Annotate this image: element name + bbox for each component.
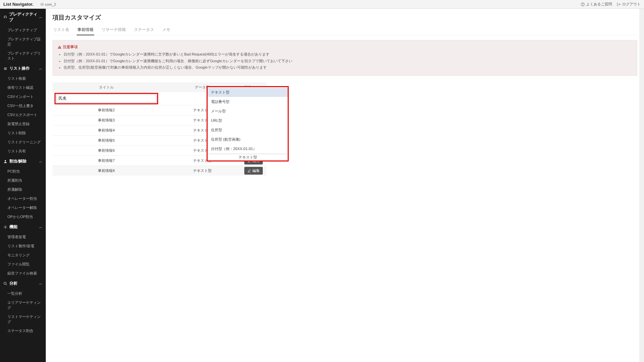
- svg-point-2: [5, 160, 6, 161]
- sidebar-section-assign[interactable]: 割当/解除 ︿: [0, 156, 46, 167]
- help-icon: [581, 2, 585, 6]
- sidebar-item[interactable]: モニタリング: [0, 251, 46, 260]
- cell-title: 事前情報6: [52, 146, 160, 155]
- sidebar-item[interactable]: ステータス割合: [0, 326, 46, 335]
- tab-list-name[interactable]: リスト名: [52, 25, 70, 35]
- chevron-up-icon: ︿: [39, 15, 42, 20]
- tab-memo[interactable]: メモ: [162, 25, 171, 35]
- sidebar-item[interactable]: リスト共有: [0, 147, 46, 156]
- logout-icon: [617, 2, 621, 6]
- chevron-up-icon: ︿: [39, 159, 42, 164]
- sidebar-item[interactable]: 所属解除: [0, 185, 46, 194]
- logout-label: ログアウト: [622, 2, 641, 7]
- edit-button[interactable]: 編集: [244, 167, 263, 175]
- sidebar-section-function[interactable]: 機能 ︿: [0, 221, 46, 232]
- sidebar-item[interactable]: リストクリーニング: [0, 138, 46, 147]
- cell-title: 事前情報2: [52, 105, 160, 115]
- sidebar-section-label: リスト操作: [9, 66, 30, 71]
- vertical-scrollbar[interactable]: [639, 9, 644, 362]
- dropdown-option[interactable]: 住所型: [208, 125, 288, 135]
- brand-logo: List Navigator.: [3, 2, 34, 7]
- dropdown-option[interactable]: 住所型 (航空画像): [208, 135, 288, 144]
- dropdown-tail: テキスト型: [208, 154, 287, 160]
- list-icon: [3, 67, 7, 71]
- cell-title: 事前情報5: [52, 136, 160, 145]
- svg-point-4: [4, 282, 6, 284]
- sidebar-item[interactable]: プレディクティブリスト: [0, 49, 46, 63]
- sidebar-section-list-ops[interactable]: リスト操作 ︿: [0, 63, 46, 74]
- notice-line: 住所型、住所型(航空画像)で対象の事前情報入力内容の住所が正しくない場合、Goo…: [64, 65, 632, 71]
- sidebar-item[interactable]: リスト削除: [0, 129, 46, 138]
- dropdown-option[interactable]: 電話番号型: [208, 97, 288, 107]
- tab-status[interactable]: ステータス: [133, 25, 155, 35]
- headset-icon: [3, 15, 7, 19]
- sidebar-section-predictive[interactable]: プレディクティブ ︿: [0, 9, 46, 26]
- user-icon: [3, 159, 7, 164]
- datatype-dropdown[interactable]: テキスト型電話番号型メール型URL型住所型住所型 (航空画像)日付型（例：20X…: [207, 86, 289, 161]
- title-input-highlight: [55, 93, 158, 104]
- dropdown-option[interactable]: URL型: [208, 116, 288, 125]
- sidebar-item[interactable]: OPからOP割当: [0, 212, 46, 221]
- svg-rect-5: [60, 46, 60, 47]
- notice-heading: 注意事項: [63, 44, 78, 49]
- sidebar-item[interactable]: CSVエクスポート: [0, 110, 46, 119]
- sidebar-item[interactable]: オペレーター解除: [0, 203, 46, 212]
- warning-icon: [58, 45, 62, 49]
- page-title: 項目カスタマイズ: [52, 13, 637, 22]
- sidebar-section-label: 分析: [9, 281, 17, 286]
- faq-label: よくあるご質問: [586, 2, 612, 7]
- edit-icon: [247, 169, 251, 173]
- sidebar-item[interactable]: CSV一括上書き: [0, 101, 46, 110]
- sidebar-item[interactable]: 架電禁止登録: [0, 119, 46, 129]
- svg-point-3: [5, 226, 6, 227]
- sidebar-item[interactable]: 保有リスト確認: [0, 83, 46, 92]
- search-icon: [3, 282, 7, 286]
- notice-line: 日付型（例：20XX-01-01）でGoogleカレンダー連携時に文字数が多いと…: [64, 51, 632, 58]
- dropdown-option[interactable]: テキスト型: [208, 88, 288, 97]
- company-name: com_2: [45, 2, 56, 6]
- sidebar-section-analytics[interactable]: 分析 ︿: [0, 278, 46, 289]
- tabs: リスト名 事前情報 リサーチ情報 ステータス メモ: [52, 25, 637, 35]
- edit-label: 編集: [252, 168, 260, 173]
- sidebar-item[interactable]: CSVインポート: [0, 92, 46, 101]
- chevron-up-icon: ︿: [39, 281, 42, 286]
- sidebar-item[interactable]: リスト検索: [0, 74, 46, 83]
- company-chip[interactable]: com_2: [40, 2, 56, 6]
- sidebar-item[interactable]: ファイル閲覧: [0, 260, 46, 269]
- tab-preinfo[interactable]: 事前情報: [77, 25, 94, 35]
- faq-link[interactable]: よくあるご質問: [581, 2, 612, 7]
- sidebar-section-label: 機能: [9, 224, 17, 230]
- sidebar-item[interactable]: プレディクティブ設定: [0, 35, 46, 49]
- sidebar-item[interactable]: PC割当: [0, 167, 46, 176]
- sidebar-item[interactable]: リストマーケティング: [0, 312, 46, 326]
- cell-title: 事前情報3: [52, 115, 160, 125]
- sidebar-item[interactable]: 録音ファイル検索: [0, 269, 46, 278]
- sidebar-item[interactable]: 所属割当: [0, 176, 46, 185]
- sidebar-item[interactable]: オペレーター割当: [0, 194, 46, 203]
- sidebar-item[interactable]: エリアマーケティング: [0, 298, 46, 312]
- table-row: 事前情報8テキスト型編集: [52, 166, 266, 176]
- gear-icon: [3, 225, 7, 229]
- sidebar-section-label: 割当/解除: [9, 158, 27, 164]
- sidebar-item[interactable]: 管理者架電: [0, 232, 46, 242]
- cell-title: 事前情報8: [52, 166, 160, 176]
- chevron-up-icon: ︿: [39, 225, 42, 229]
- tab-research[interactable]: リサーチ情報: [101, 25, 127, 35]
- chevron-up-icon: ︿: [39, 66, 42, 71]
- dropdown-option[interactable]: 日付型（例：20XX-01-01）: [208, 144, 288, 154]
- cell-title: 事前情報7: [52, 156, 160, 166]
- sidebar-item[interactable]: リスト製作/架電: [0, 242, 46, 251]
- sidebar: プレディクティブ ︿ プレディクティブ プレディクティブ設定 プレディクティブリ…: [0, 9, 46, 362]
- sidebar-item[interactable]: 一覧分析: [0, 289, 46, 298]
- title-input[interactable]: [56, 95, 156, 103]
- notice-line: 日付型（例：20XX-01-01）でGoogleカレンダー連携機能をご利用の場合…: [64, 58, 632, 64]
- logout-link[interactable]: ログアウト: [617, 2, 641, 7]
- sidebar-section-label: プレディクティブ: [9, 11, 39, 23]
- cell-type: テキスト型: [160, 166, 244, 176]
- svg-point-1: [583, 5, 583, 5]
- dropdown-option[interactable]: メール型: [208, 107, 288, 116]
- main-content: 項目カスタマイズ リスト名 事前情報 リサーチ情報 ステータス メモ 注意事項 …: [46, 9, 644, 362]
- notice-box: 注意事項 日付型（例：20XX-01-01）でGoogleカレンダー連携時に文字…: [52, 40, 637, 76]
- sidebar-item[interactable]: プレディクティブ: [0, 26, 46, 35]
- cube-icon: [40, 3, 44, 6]
